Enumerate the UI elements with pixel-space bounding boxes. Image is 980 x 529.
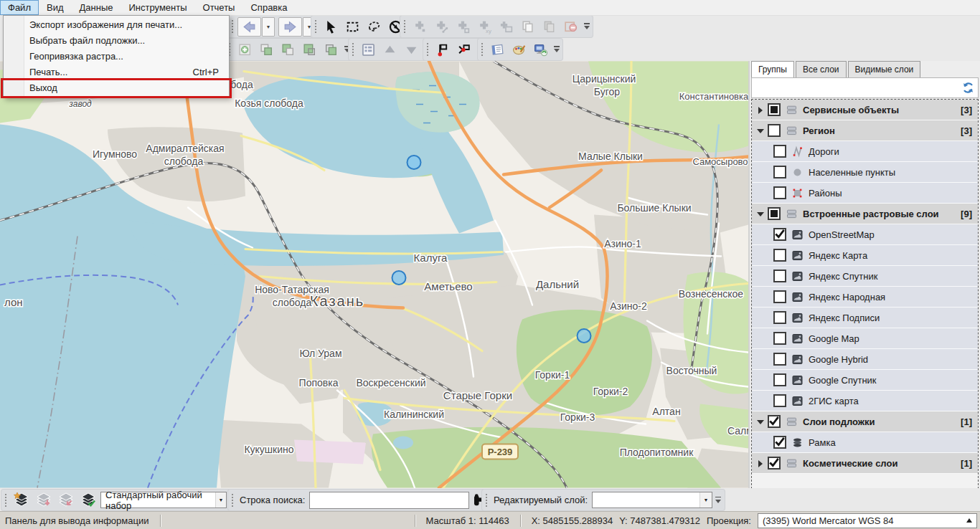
layer-tree-row-11[interactable]: Яндекс Подписи [752,308,978,328]
file-menu-item-3[interactable]: Геопривязка растра... [4,48,229,64]
drag-grip[interactable] [231,19,234,34]
drag-grip[interactable] [426,42,429,57]
layer-checkbox[interactable] [773,145,786,158]
map-marker[interactable] [407,156,421,169]
layer-tree-row-4[interactable]: Населенные пункты [752,162,978,183]
tab-3[interactable]: Видимые слои [848,61,921,77]
map-marker[interactable] [578,329,591,343]
layer-checkbox[interactable] [773,228,786,241]
expand-icon[interactable] [755,105,766,115]
layer-checkbox[interactable] [768,207,781,220]
toolbar-overflow-button[interactable] [715,492,722,508]
refresh-button[interactable] [959,80,976,97]
add-polygon-vertex-button[interactable] [453,17,473,37]
layer-checkbox[interactable] [773,166,786,178]
layer-list-button[interactable] [358,40,378,59]
file-menu-item-5[interactable]: Выход [4,80,229,95]
editable-layer-combobox[interactable]: ▼ [592,492,712,508]
layer-tree-row-12[interactable]: Google Map [752,328,978,349]
workset-remove-button[interactable] [33,490,54,510]
layer-tree-row-1[interactable]: Сервисные объекты[3] [752,100,978,120]
workstation-button[interactable] [530,40,550,59]
menubar-item-1[interactable]: Файл [0,0,39,15]
layer-checkbox[interactable] [773,436,786,449]
collapse-icon[interactable] [755,416,766,427]
layer-checkbox[interactable] [773,186,786,199]
collapse-icon[interactable] [755,209,766,219]
expand-icon[interactable] [755,458,766,469]
workset-star-button[interactable] [11,490,32,510]
layer-tree-row-9[interactable]: Яндекс Спутник [752,266,978,287]
layer-checkbox[interactable] [773,394,786,407]
workset-export-button[interactable] [55,490,76,510]
toolbar-overflow-button[interactable] [583,19,591,34]
rect-select-button[interactable] [342,17,362,37]
tab-2[interactable]: Все слои [796,61,847,77]
file-menu-item-4[interactable]: Печать...Ctrl+P [4,64,229,80]
add-rectangle-button[interactable] [496,17,516,37]
toolbar-overflow-button[interactable] [553,42,561,57]
layer-checkbox[interactable] [768,103,781,116]
overlap-select-b-button[interactable] [278,40,298,59]
layer-tree-row-5[interactable]: Районы [752,183,978,204]
layer-checkbox[interactable] [773,270,786,282]
zoom-plus-button[interactable] [235,40,255,59]
layer-checkbox[interactable] [768,457,781,470]
add-point-button[interactable] [410,17,430,37]
layer-tree-row-8[interactable]: Яндекс Карта [752,245,978,266]
menubar-item-6[interactable]: Справка [242,0,295,15]
lasso-select-button[interactable] [364,17,384,37]
add-xy-point-button[interactable]: xy [474,17,494,37]
layer-checkbox[interactable] [773,249,786,262]
menubar-item-3[interactable]: Данные [72,0,121,15]
layer-checkbox[interactable] [768,124,781,137]
drag-grip[interactable] [4,493,7,507]
overlap-select-a-button[interactable] [256,40,276,59]
overlap-select-d-button[interactable] [321,40,341,59]
move-down-button[interactable] [401,40,421,59]
layer-filter-input[interactable] [752,78,959,97]
flag-start-button[interactable] [433,40,453,59]
nav-back-button[interactable] [237,17,261,37]
layer-tree-row-15[interactable]: 2ГИС карта [752,391,978,411]
layer-checkbox[interactable] [768,415,781,428]
layer-tree-row-14[interactable]: Google Спутник [752,370,978,391]
file-menu-item-2[interactable]: Выбрать файл подложки... [4,32,229,48]
nav-back-dropdown-caret[interactable]: ▼ [262,17,275,37]
overlap-select-c-button[interactable] [299,40,319,59]
map-marker[interactable] [392,271,406,285]
layer-tree-row-7[interactable]: OpenStreetMap [752,224,978,245]
paste-object-button[interactable] [539,17,559,37]
layer-tree-row-13[interactable]: Google Hybrid [752,349,978,370]
cursor-select-button[interactable] [321,17,341,37]
delete-object-button[interactable] [560,17,580,37]
add-line-vertex-button[interactable] [431,17,451,37]
workset-combobox[interactable]: Стандартный рабочий набор ▼ [100,492,227,508]
menubar-item-2[interactable]: Вид [39,0,72,15]
layer-checkbox[interactable] [773,311,786,324]
layer-checkbox[interactable] [773,373,786,386]
move-up-button[interactable] [380,40,400,59]
map-view[interactable]: Р-239 заводбодаКозья слободаИгумновоАдми… [0,61,748,488]
flag-end-button[interactable] [454,40,474,59]
layer-tree-row-3[interactable]: Дороги [752,141,978,162]
workset-apply-button[interactable] [77,490,98,510]
layer-tree-row-18[interactable]: Косметические слои[1] [752,453,978,474]
layer-tree-row-2[interactable]: Регион[3] [752,120,978,141]
drag-grip[interactable] [481,42,484,57]
drag-grip[interactable] [231,493,234,507]
palette-button[interactable] [509,40,529,59]
search-input[interactable] [309,492,469,509]
layer-tree-row-17[interactable]: Рамка [752,432,978,453]
layer-checkbox[interactable] [773,332,786,345]
tab-1[interactable]: Группы [751,61,794,77]
layer-tree-row-6[interactable]: Встроенные растровые слои[9] [752,204,978,224]
collapse-icon[interactable] [755,125,766,136]
menubar-item-5[interactable]: Отчеты [195,0,243,15]
drag-grip[interactable] [485,493,488,507]
file-menu-item-1[interactable]: Экспорт изображения для печати... [4,16,229,32]
drag-grip[interactable] [352,42,354,57]
menubar-item-4[interactable]: Инструменты [121,0,194,15]
drag-grip[interactable] [403,19,406,34]
notepad-button[interactable] [487,40,507,59]
